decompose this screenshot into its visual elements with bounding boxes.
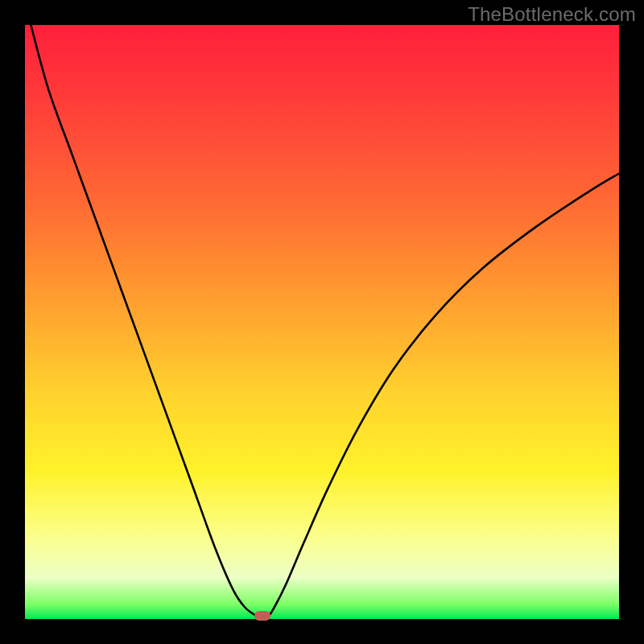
plot-area	[25, 25, 619, 619]
curve-svg	[25, 25, 619, 619]
watermark-text: TheBottleneck.com	[468, 3, 636, 26]
chart-frame: TheBottleneck.com	[0, 0, 644, 644]
minimum-marker	[254, 611, 270, 621]
bottleneck-curve	[31, 25, 619, 619]
